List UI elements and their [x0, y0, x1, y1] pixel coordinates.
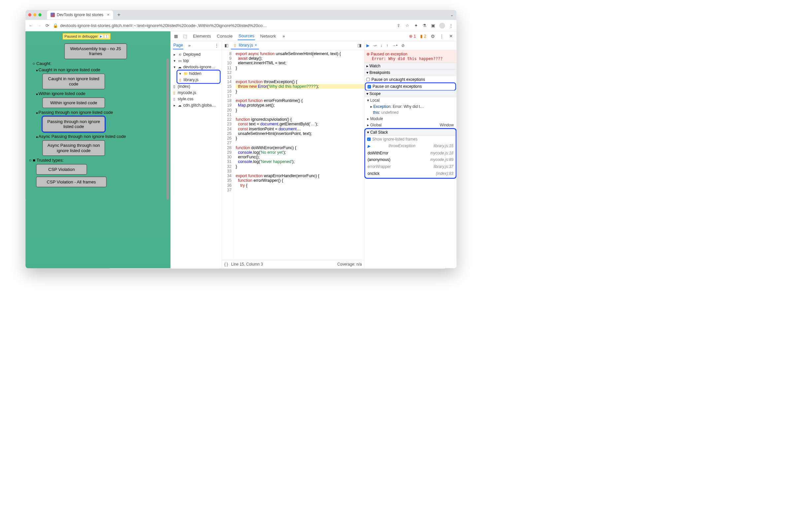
tree-index[interactable]: ▯(index) [171, 84, 221, 90]
resume-icon[interactable]: ▶ [99, 35, 103, 38]
page-tab[interactable]: Page [173, 41, 183, 49]
share-icon[interactable]: ⇧ [396, 23, 401, 28]
async-passing-button[interactable]: Async Passing through non ignore listed … [42, 140, 105, 156]
csp-all-button[interactable]: CSP Violation - All frames [36, 177, 107, 187]
stack-frame[interactable]: throwExceptionlibrary.js:15 [365, 143, 456, 149]
browser-tab[interactable]: DevTools ignore list stories × [47, 10, 113, 19]
reload-icon[interactable]: ⟳ [45, 23, 50, 28]
window-controls [28, 13, 41, 16]
maximize-window-icon[interactable] [38, 13, 41, 16]
passing-label: Passing through non ignore listed code [36, 110, 167, 115]
page-viewport: Paused in debugger ▶ ⤵ WebAssembly trap … [25, 31, 170, 268]
tree-library[interactable]: ▯library.js [177, 77, 220, 83]
caught-nonign-button[interactable]: Caught in non ignore listed code [42, 73, 105, 89]
scope-header[interactable]: ▾ Scope [365, 90, 457, 97]
breakpoints-header[interactable]: ▾ Breakpoints [365, 69, 457, 76]
scope-local[interactable]: ▾ Local [365, 97, 457, 103]
nav-menu-icon[interactable]: ⋮ [214, 43, 219, 48]
deactivate-bp-icon[interactable]: ⊘ [401, 43, 405, 48]
devtools-main: Page » ⋮ ▸⎋Deployed ▾▭top ▾☁devtools-ign… [171, 41, 457, 268]
pause-caught-row[interactable]: ✓Pause on caught exceptions [366, 83, 455, 90]
tab-close-icon[interactable]: × [107, 12, 110, 17]
tab-network[interactable]: Network [259, 32, 277, 40]
tab-elements[interactable]: Elements [192, 32, 211, 40]
devtools-panel: ▦ ⬚ Elements Console Sources Network » ⊗… [170, 31, 457, 268]
watch-header[interactable]: ▸ Watch [365, 63, 457, 69]
extensions-icon[interactable]: ✦ [413, 23, 418, 28]
new-tab-button[interactable]: + [115, 12, 123, 18]
menu-icon[interactable]: ⋮ [448, 23, 454, 28]
step-icon[interactable]: ⤵ [104, 35, 109, 38]
minimize-window-icon[interactable] [33, 13, 36, 16]
tree-hidden[interactable]: ▾📁hidden [177, 70, 220, 77]
warning-count[interactable]: ▮ 2 [420, 34, 426, 39]
debugger-toggle-icon[interactable]: ◨ [357, 43, 362, 48]
passing-button[interactable]: Passing through non ignore listed code [42, 117, 105, 132]
install-icon[interactable]: ▣ [431, 23, 436, 28]
tree-deployed[interactable]: ▸⎋Deployed [171, 51, 221, 57]
tab-console[interactable]: Console [216, 32, 233, 40]
paused-error: Error: Why did this happen???? [372, 56, 454, 61]
profile-avatar[interactable] [439, 23, 445, 29]
step-into-icon[interactable]: ↓ [381, 43, 383, 48]
step-over-icon[interactable]: ⤻ [373, 43, 377, 48]
stack-frame[interactable]: onclick(index):83 [365, 170, 456, 177]
tree-domain[interactable]: ▾☁devtools-ignore… [171, 64, 221, 70]
cursor-position: Line 15, Column 3 [231, 262, 263, 267]
tree-top[interactable]: ▾▭top [171, 57, 221, 64]
format-icon[interactable]: { } [225, 262, 228, 267]
checkbox-icon[interactable] [367, 78, 370, 81]
editor-status: { } Line 15, Column 3 Coverage: n/a [222, 260, 364, 268]
paused-overlay: Paused in debugger ▶ ⤵ [63, 33, 111, 39]
browser-tabbar: DevTools ignore list stories × + ⌄ [25, 10, 457, 20]
inspect-icon[interactable]: ▦ [173, 34, 178, 39]
tab-sources[interactable]: Sources [238, 32, 255, 40]
step-out-icon[interactable]: ↑ [386, 43, 388, 48]
tree-cdn[interactable]: ▸☁cdn.glitch.globa… [171, 102, 221, 109]
labs-icon[interactable]: ⚗ [422, 23, 427, 28]
device-icon[interactable]: ⬚ [183, 34, 188, 39]
resume-button[interactable]: ▶ [367, 43, 369, 48]
gutter: 8910111213141516171819202122232425262728… [222, 50, 234, 260]
step-icon[interactable]: →• [392, 43, 398, 48]
nav-more-icon[interactable]: » [187, 43, 192, 48]
call-stack-header[interactable]: ▾ Call Stack [365, 129, 456, 135]
checkbox-on-icon[interactable]: ✓ [367, 137, 371, 141]
scope-exception[interactable]: ▸ Exception: Error: Why did t… [365, 103, 457, 110]
checkbox-on-icon[interactable]: ✓ [367, 85, 371, 88]
address-bar: ← → ⟳ 🔒 devtools-ignore-list-stories.gli… [25, 20, 457, 31]
error-count[interactable]: ⊗ 1 [409, 34, 416, 39]
scope-this: this: undefined [365, 110, 457, 116]
stack-list: throwExceptionlibrary.js:15doWithErrormy… [365, 143, 456, 177]
story-button[interactable]: WebAssembly trap - no JS frames [64, 43, 127, 59]
toolbar-icons: ⇧ ☆ ✦ ⚗ ▣ ⋮ [396, 23, 454, 29]
url-field[interactable]: 🔒 devtools-ignore-list-stories.glitch.me… [53, 23, 393, 28]
within-ign-button[interactable]: Within ignore listed code [42, 98, 105, 108]
code-area[interactable]: 8910111213141516171819202122232425262728… [222, 50, 364, 260]
pause-uncaught-row[interactable]: Pause on uncaught exceptions [365, 76, 457, 83]
paused-title: Paused on exception [371, 52, 407, 56]
code-body[interactable]: export async function unsafeSetInnerHtml… [234, 50, 364, 260]
settings-icon[interactable]: ⚙ [431, 33, 435, 39]
stack-frame[interactable]: (anonymous)mycode.js:89 [365, 156, 456, 163]
stack-frame[interactable]: doWithErrormycode.js:18 [365, 149, 456, 156]
stack-frame[interactable]: errorWrapperlibrary.js:37 [365, 163, 456, 170]
code-editor: ◧ ▯ library.js × ◨ 891011121314151617181… [222, 41, 364, 268]
tree-mycode[interactable]: ▯mycode.js [171, 90, 221, 96]
star-icon[interactable]: ☆ [405, 23, 410, 28]
csp-button[interactable]: CSP Violation [36, 164, 87, 175]
nav-back-icon[interactable]: ← [28, 23, 33, 28]
close-window-icon[interactable] [28, 13, 31, 16]
show-frames-row[interactable]: ✓Show ignore-listed frames [365, 135, 456, 143]
more-icon[interactable]: ⋮ [439, 34, 444, 39]
close-devtools-icon[interactable]: ✕ [448, 34, 454, 39]
sidebar-toggle-icon[interactable]: ◧ [224, 43, 229, 48]
tree-style[interactable]: ▯style.css [171, 96, 221, 102]
editor-tab[interactable]: ▯ library.js × [231, 42, 259, 50]
scope-global[interactable]: ▸ GlobalWindow [365, 122, 457, 128]
editor-tab-close-icon[interactable]: × [255, 43, 257, 48]
tab-overflow-icon[interactable]: ⌄ [450, 12, 454, 17]
scope-module[interactable]: ▸ Module [365, 116, 457, 122]
more-tabs-icon[interactable]: » [281, 34, 286, 39]
page-scrollbar[interactable] [166, 59, 169, 200]
